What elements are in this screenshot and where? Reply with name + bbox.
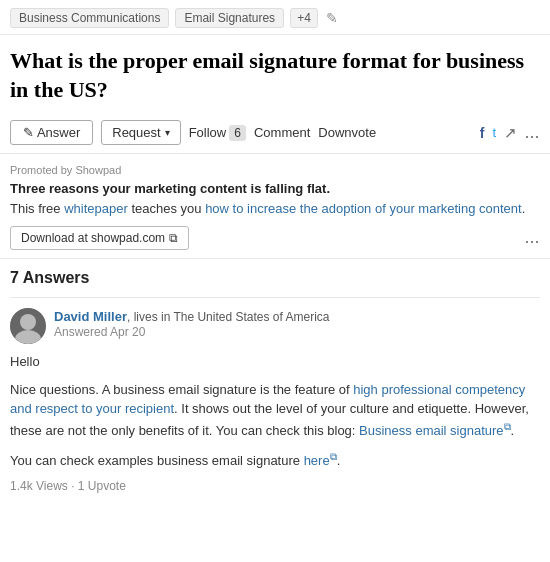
request-chevron: ▾ [165,127,170,138]
answerer-detail: , lives in The United States of America [127,310,330,324]
promoted-label: Promoted by Showpad [10,164,540,176]
answer-stats: 1.4k Views · 1 Upvote [10,479,126,493]
promoted-description: This free whitepaper teaches you how to … [10,200,540,218]
facebook-icon[interactable]: f [480,125,485,141]
ext-link-2: ⧉ [330,451,337,462]
comment-link[interactable]: Comment [254,125,310,140]
downvote-link[interactable]: Downvote [318,125,376,140]
promoted-footer: Download at showpad.com ⧉ ... [10,226,540,250]
download-label: Download at showpad.com [21,231,165,245]
promoted-desc-end: . [522,201,526,216]
avatar-face [10,308,46,344]
answer-item: David Miller, lives in The United States… [10,297,540,502]
body-text-3: . [511,423,515,438]
social-icons: f t ↗ ... [480,124,540,142]
business-email-link[interactable]: Business email signature [359,423,504,438]
body2-text-2: . [337,453,341,468]
answerer-name[interactable]: David Miller [54,309,127,324]
promoted-title: Three reasons your marketing content is … [10,181,540,196]
answer-header: David Miller, lives in The United States… [10,308,540,344]
request-button[interactable]: Request ▾ [101,120,180,145]
answer-body: Hello Nice questions. A business email s… [10,352,540,470]
answerer-name-line: David Miller, lives in The United States… [54,308,540,325]
question-title: What is the proper email signature forma… [0,35,550,114]
ext-link-1: ⧉ [504,421,511,432]
answers-count: 7 Answers [10,269,540,287]
answer-footer: 1.4k Views · 1 Upvote [10,479,540,493]
download-icon: ⧉ [169,231,178,245]
download-button[interactable]: Download at showpad.com ⧉ [10,226,189,250]
follow-label: Follow [189,125,227,140]
promoted-section: Promoted by Showpad Three reasons your m… [0,154,550,259]
edit-icon[interactable]: ✎ [326,10,338,27]
request-label: Request [112,125,160,140]
avatar [10,308,46,344]
answer-meta: David Miller, lives in The United States… [54,308,540,339]
share-icon[interactable]: ↗ [504,124,517,142]
plus-tag[interactable]: +4 [290,8,318,28]
body-text-1: Nice questions. A business email signatu… [10,382,353,397]
promoted-adoption-link[interactable]: how to increase the adoption of your mar… [205,201,522,216]
tag-email-signatures[interactable]: Email Signatures [175,8,284,28]
body2-text-1: You can check examples business email si… [10,453,304,468]
body2-here-link[interactable]: here [304,453,330,468]
answer-greeting: Hello [10,352,540,372]
promoted-desc-plain: This free [10,201,64,216]
follow-count: 6 [229,125,246,141]
answer-button[interactable]: ✎ Answer [10,120,93,145]
answer-paragraph-1: Nice questions. A business email signatu… [10,380,540,441]
promoted-whitepaper-link[interactable]: whitepaper [64,201,128,216]
action-bar: ✎ Answer Request ▾ Follow 6 Comment Down… [0,114,550,154]
top-bar: Business Communications Email Signatures… [0,0,550,35]
answer-paragraph-2: You can check examples business email si… [10,449,540,471]
answer-date: Answered Apr 20 [54,325,540,339]
promoted-desc-mid: teaches you [128,201,205,216]
more-menu[interactable]: ... [525,124,540,142]
tag-business-communications[interactable]: Business Communications [10,8,169,28]
promoted-more-menu[interactable]: ... [525,229,540,247]
follow-button[interactable]: Follow 6 [189,125,246,141]
twitter-icon[interactable]: t [492,125,496,140]
answers-section: 7 Answers David Miller, lives in The Uni… [0,259,550,502]
